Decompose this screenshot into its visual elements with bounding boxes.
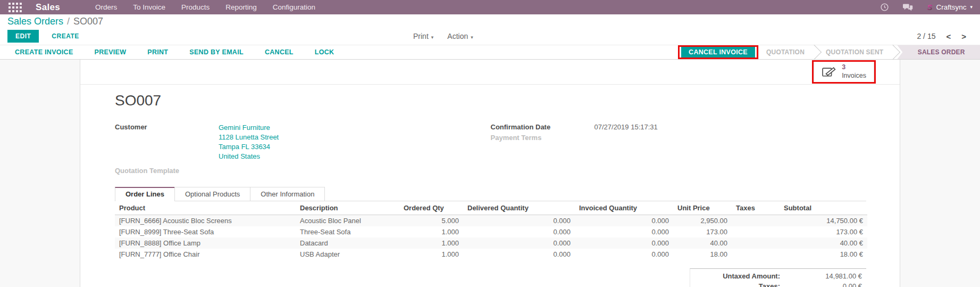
cell-product: [FURN_8999] Three-Seat Sofa (115, 226, 296, 237)
cell-product: [FURN_6666] Acoustic Bloc Screens (115, 215, 296, 227)
quotation-template-label: Quotation Template (115, 167, 219, 175)
field-column-left: Customer Gemini Furniture1128 Lunetta St… (115, 123, 491, 177)
annotation-box-cancel-invoice: CANCEL INVOICE (678, 45, 758, 59)
table-row[interactable]: [FURN_8888] Office LampDatacard1.0000.00… (115, 237, 867, 249)
create-invoice-button[interactable]: CREATE INVOICE (15, 48, 73, 56)
cell-ordered-qty: 5.000 (399, 215, 463, 227)
nav-menu-products[interactable]: Products (181, 3, 210, 11)
nav-menu-to-invoice[interactable]: To Invoice (133, 3, 165, 11)
cell-description: Acoustic Bloc Panel (296, 215, 399, 227)
cell-taxes (732, 249, 780, 260)
cancel-button[interactable]: CANCEL (265, 48, 294, 56)
untaxed-amount-value: 14,981.00 € (788, 272, 862, 280)
cell-subtotal: 18.00 € (780, 249, 867, 260)
column-header-invoiced-quantity[interactable]: Invoiced Quantity (575, 201, 673, 215)
table-row[interactable]: [FURN_8999] Three-Seat SofaThree-Seat So… (115, 226, 867, 237)
cell-delivered-quantity: 0.000 (463, 249, 575, 260)
cell-unit-price: 2,950.00 (673, 215, 732, 227)
caret-down-icon: ▾ (431, 35, 434, 40)
tab-optional-products[interactable]: Optional Products (174, 187, 250, 201)
edit-button[interactable]: EDIT (7, 30, 39, 43)
cell-ordered-qty: 1.000 (399, 249, 463, 260)
statusbar-buttons: CREATE INVOICEPREVIEWPRINTSEND BY EMAILC… (0, 45, 678, 59)
column-header-subtotal[interactable]: Subtotal (780, 201, 867, 215)
cell-ordered-qty: 1.000 (399, 226, 463, 237)
user-name: Craftsync (936, 3, 966, 11)
customer-label: Customer (115, 123, 219, 161)
send-by-email-button[interactable]: SEND BY EMAIL (189, 48, 244, 56)
user-menu[interactable]: S Craftsync ▾ (927, 3, 973, 12)
customer-link[interactable]: Gemini Furniture1128 Lunetta StreetTampa… (219, 123, 279, 161)
main-menu: OrdersTo InvoiceProductsReportingConfigu… (95, 3, 315, 11)
top-navbar: Sales OrdersTo InvoiceProductsReportingC… (0, 0, 980, 14)
cell-invoiced-quantity: 0.000 (575, 237, 673, 249)
cell-subtotal: 173.00 € (780, 226, 867, 237)
column-header-delivered-quantity[interactable]: Delivered Quantity (463, 201, 575, 215)
column-header-unit-price[interactable]: Unit Price (673, 201, 732, 215)
preview-button[interactable]: PREVIEW (95, 48, 127, 56)
print-button[interactable]: PRINT (147, 48, 168, 56)
column-header-description[interactable]: Description (296, 201, 399, 215)
caret-down-icon: ▾ (471, 35, 473, 40)
pager: 2 / 15 < > (917, 32, 973, 41)
edit-note-icon (822, 66, 836, 78)
action-dropdown[interactable]: Action▾ (447, 32, 473, 40)
pager-counter: 2 / 15 (917, 32, 935, 40)
field-column-right: Confirmation Date 07/27/2019 15:17:31 Pa… (491, 123, 867, 177)
form-statusbar: CREATE INVOICEPREVIEWPRINTSEND BY EMAILC… (0, 45, 980, 60)
chevron-separator-icon (812, 45, 818, 59)
invoice-label: Invoices (842, 72, 866, 80)
clock-icon[interactable] (880, 3, 889, 12)
breadcrumb: Sales Orders/SO007 (7, 16, 973, 27)
customer-line: 1128 Lunetta Street (219, 133, 279, 142)
nav-menu-orders[interactable]: Orders (95, 3, 117, 11)
payment-terms-label: Payment Terms (491, 134, 594, 142)
taxes-label: Taxes: (759, 282, 780, 287)
invoices-smart-button[interactable]: 3 Invoices (814, 62, 874, 82)
invoice-count: 3 (842, 63, 866, 72)
state-quotation[interactable]: QUOTATION (759, 45, 812, 59)
tab-order-lines[interactable]: Order Lines (115, 187, 175, 201)
column-header-product[interactable]: Product (115, 201, 296, 215)
tab-other-information[interactable]: Other Information (250, 187, 325, 201)
company-logo: S (927, 3, 932, 12)
breadcrumb-separator: / (67, 16, 70, 27)
breadcrumb-current: SO007 (73, 16, 103, 27)
cell-description: USB Adapter (296, 249, 399, 260)
cell-subtotal: 40.00 € (780, 237, 867, 249)
nav-menu-configuration[interactable]: Configuration (273, 3, 315, 11)
chat-icon[interactable] (903, 3, 913, 12)
cell-unit-price: 173.00 (673, 226, 732, 237)
create-button[interactable]: CREATE (52, 32, 79, 40)
pager-previous-icon[interactable]: < (946, 32, 951, 41)
column-header-taxes[interactable]: Taxes (732, 201, 780, 215)
state-quotation-sent[interactable]: QUOTATION SENT (818, 45, 891, 59)
print-dropdown[interactable]: Print▾ (413, 32, 433, 40)
app-title: Sales (36, 2, 60, 13)
cell-description: Three-Seat Sofa (296, 226, 399, 237)
totals-box: Untaxed Amount: 14,981.00 € Taxes: 0.00 … (690, 268, 866, 287)
caret-down-icon: ▾ (970, 5, 973, 10)
customer-line: United States (219, 152, 279, 161)
cancel-invoice-button[interactable]: CANCEL INVOICE (681, 47, 755, 58)
apps-grid-icon[interactable] (9, 3, 22, 12)
pager-next-icon[interactable]: > (961, 32, 966, 41)
cell-product: [FURN_8888] Office Lamp (115, 237, 296, 249)
cell-taxes (732, 226, 780, 237)
nav-menu-reporting[interactable]: Reporting (225, 3, 257, 11)
confirmation-date-value: 07/27/2019 15:17:31 (594, 123, 658, 131)
state-sales-order[interactable]: SALES ORDER (897, 45, 980, 59)
lock-button[interactable]: LOCK (315, 48, 334, 56)
cell-subtotal: 14,750.00 € (780, 215, 867, 227)
column-header-ordered-qty[interactable]: Ordered Qty (399, 201, 463, 215)
navbar-right: S Craftsync ▾ (880, 3, 973, 12)
notebook-tabs: Order LinesOptional ProductsOther Inform… (115, 187, 866, 201)
sheet-button-box: 3 Invoices (80, 60, 900, 85)
cell-taxes (732, 237, 780, 249)
table-row[interactable]: [FURN_7777] Office ChairUSB Adapter1.000… (115, 249, 867, 260)
cell-unit-price: 40.00 (673, 237, 732, 249)
cell-invoiced-quantity: 0.000 (575, 249, 673, 260)
breadcrumb-sales-orders[interactable]: Sales Orders (7, 16, 63, 27)
table-row[interactable]: [FURN_6666] Acoustic Bloc ScreensAcousti… (115, 215, 867, 227)
cell-unit-price: 18.00 (673, 249, 732, 260)
